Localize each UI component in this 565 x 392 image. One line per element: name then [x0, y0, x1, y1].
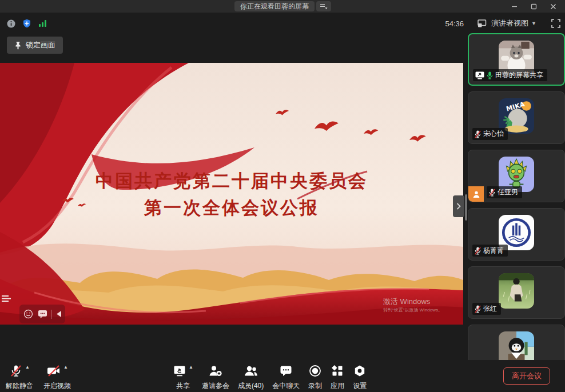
record-button[interactable]: 录制	[308, 364, 322, 391]
share-label: 共享	[176, 381, 190, 391]
close-icon	[550, 3, 556, 10]
participant-tile[interactable]: 杨菁菁	[468, 208, 565, 261]
participant-tile[interactable]: 张红	[468, 266, 565, 319]
settings-label: 设置	[353, 381, 367, 391]
shared-slide: 中国共产党第二十届中央委员会 第一次全体会议公报 激活 Windows 转到“设…	[0, 63, 463, 325]
minimize-button[interactable]	[504, 0, 524, 13]
unmute-label: 解除静音	[6, 381, 33, 391]
mic-muted-icon	[475, 305, 481, 313]
video-options-caret[interactable]: ▲	[63, 365, 68, 370]
titlebar: 你正在观看田蓉的屏幕	[0, 0, 565, 13]
meeting-window: 你正在观看田蓉的屏幕	[0, 0, 565, 392]
leave-meeting-button[interactable]: 离开会议	[503, 367, 550, 385]
leave-meeting-label: 离开会议	[512, 371, 542, 381]
collapse-left-icon[interactable]	[57, 311, 61, 317]
person-icon	[472, 190, 480, 198]
slide-title-line2: 第一次全体会议公报	[0, 194, 463, 221]
participant-name: 田蓉的屏幕共享	[495, 70, 543, 80]
invite-person-icon	[208, 364, 223, 378]
toolbar-divider	[51, 310, 52, 319]
list-lines-icon	[1, 295, 11, 303]
participant-tile[interactable]: 任亚男	[468, 150, 565, 202]
maximize-button[interactable]	[524, 0, 543, 13]
apps-button[interactable]: 应用	[331, 364, 344, 391]
invite-label: 邀请参会	[202, 381, 229, 391]
chat-bubble-icon[interactable]	[38, 310, 47, 319]
share-screen-button[interactable]: ▲ 共享	[173, 364, 193, 391]
participant-name-tag: 张红	[472, 303, 501, 315]
chat-label: 会中聊天	[272, 381, 300, 391]
watching-screen-label: 你正在观看田蓉的屏幕	[240, 2, 309, 11]
list-caret-icon	[320, 3, 328, 10]
watching-options-button[interactable]	[316, 1, 331, 11]
members-button[interactable]: 成员(40)	[238, 364, 264, 391]
invite-button[interactable]: 邀请参会	[202, 364, 229, 391]
unmute-button[interactable]: ▲ 解除静音	[6, 364, 33, 391]
sidebar-collapse-tab[interactable]	[453, 195, 464, 217]
emoji-reaction-icon[interactable]	[23, 309, 33, 319]
view-mode-caret-icon[interactable]: ▼	[531, 21, 536, 26]
mic-muted-icon	[475, 247, 481, 255]
members-icon	[244, 364, 258, 378]
activate-windows-watermark: 激活 Windows 转到“设置”以激活 Windows。	[383, 297, 443, 314]
watching-screen-pill: 你正在观看田蓉的屏幕	[234, 1, 315, 11]
participant-tile[interactable]: MIKA 宋心怡	[468, 91, 565, 144]
lock-view-label: 锁定画面	[26, 40, 55, 50]
participant-tile-sharing[interactable]: 田蓉的屏幕共享	[468, 33, 565, 86]
view-mode-button[interactable]: 演讲者视图	[491, 18, 528, 29]
apps-label: 应用	[331, 381, 344, 391]
chat-icon	[279, 364, 293, 378]
minimize-icon	[511, 3, 518, 10]
mic-muted-icon	[489, 189, 495, 197]
network-signal-icon[interactable]	[38, 19, 47, 27]
screen-share-icon	[475, 71, 484, 79]
status-icons	[7, 19, 47, 28]
record-icon	[308, 364, 322, 378]
record-label: 录制	[308, 381, 322, 391]
watermark-line2: 转到“设置”以激活 Windows。	[383, 306, 443, 314]
meeting-toolbar: ▲ 解除静音 ▲ 开启视频	[0, 360, 565, 392]
pin-icon	[14, 41, 22, 50]
chevron-right-icon	[456, 203, 461, 210]
slide-title-line1: 中国共产党第二十届中央委员会	[0, 167, 463, 194]
sidebar-scrollbar[interactable]	[465, 194, 467, 221]
participant-name-tag: 宋心怡	[472, 128, 508, 140]
shared-screen: 中国共产党第二十届中央委员会 第一次全体会议公报 激活 Windows 转到“设…	[0, 63, 463, 337]
start-video-button[interactable]: ▲ 开启视频	[43, 364, 71, 391]
layout-icon	[478, 19, 487, 27]
participant-name: 宋心怡	[483, 129, 504, 139]
reaction-toolbar	[19, 305, 65, 323]
apps-grid-icon	[331, 364, 344, 378]
mic-on-icon	[487, 71, 493, 79]
participant-name-tag: 杨菁菁	[472, 245, 508, 257]
members-label: 成员(40)	[238, 381, 264, 391]
avatar	[499, 273, 534, 309]
participant-name: 张红	[483, 304, 497, 314]
chat-button[interactable]: 会中聊天	[272, 364, 300, 391]
maximize-icon	[531, 3, 537, 10]
meeting-info-icon[interactable]	[7, 19, 15, 28]
settings-icon	[353, 364, 367, 378]
share-options-caret[interactable]: ▲	[189, 365, 193, 370]
participant-name: 任亚男	[498, 187, 518, 197]
security-shield-icon[interactable]	[22, 19, 31, 28]
meeting-timer: 54:36	[445, 19, 464, 28]
settings-button[interactable]: 设置	[353, 364, 367, 391]
slide-title: 中国共产党第二十届中央委员会 第一次全体会议公报	[0, 167, 463, 221]
scroll-down-indicator[interactable]	[511, 353, 522, 359]
hand-raised-badge	[468, 186, 484, 202]
participant-name-tag: 任亚男	[487, 186, 522, 198]
mic-muted-icon	[475, 130, 481, 138]
view-cluster: 54:36 演讲者视图 ▼	[445, 18, 560, 29]
watermark-line1: 激活 Windows	[383, 297, 443, 306]
fullscreen-icon[interactable]	[551, 19, 560, 28]
mic-muted-icon	[9, 364, 23, 378]
annotation-toolbar-handle[interactable]	[1, 295, 13, 304]
camera-off-icon	[46, 364, 61, 378]
participant-name: 杨菁菁	[483, 246, 504, 255]
mic-options-caret[interactable]: ▲	[25, 365, 30, 370]
participants-sidebar: 田蓉的屏幕共享 MIKA	[468, 33, 565, 360]
lock-view-button[interactable]: 锁定画面	[7, 37, 63, 54]
close-button[interactable]	[543, 0, 563, 13]
participant-name-tag: 田蓉的屏幕共享	[473, 69, 547, 81]
